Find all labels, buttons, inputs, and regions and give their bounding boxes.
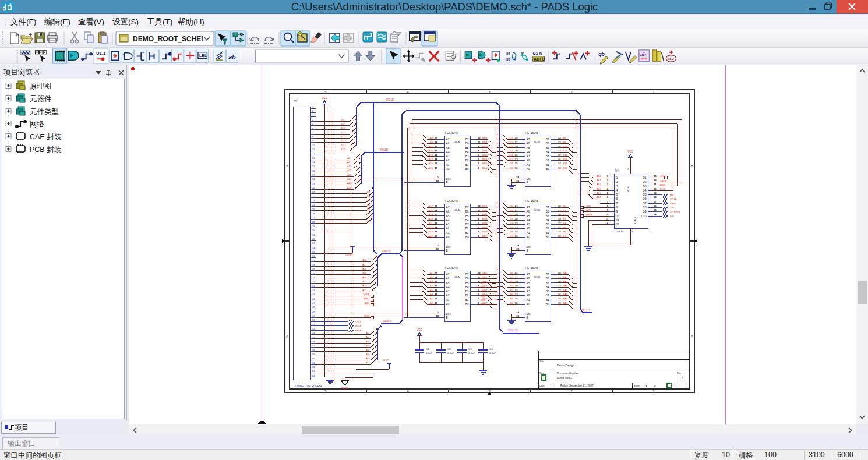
svg-text:27: 27 [515,209,518,212]
svg-text:O3: O3 [643,185,647,188]
svg-text:U2: U2 [506,58,511,62]
svg-text:1: 1 [607,175,609,178]
svg-text:B0: B0 [510,271,514,274]
svg-text:VCC: VCC [627,186,630,192]
svg-text:Rev: Rev [677,371,681,374]
svg-text:26: 26 [312,212,315,215]
svg-text:D11: D11 [509,154,513,157]
svg-text:AB3: AB3 [597,187,602,190]
svg-text:E: E [527,249,528,252]
svg-text:61: 61 [312,362,315,365]
svg-text:A6: A6 [430,302,433,305]
svg-text:AB2: AB2 [597,183,602,186]
svg-text:33: 33 [515,226,518,229]
svg-text:15: 15 [312,165,315,168]
svg-text:23: 23 [558,204,561,207]
svg-text:O10: O10 [641,215,647,218]
svg-text:O6: O6 [643,197,647,200]
svg-text:BA5: BA5 [563,293,568,296]
svg-text:20L10: 20L10 [616,230,624,233]
svg-text:Sheet: Sheet [634,384,640,387]
svg-text:V12N: V12N [345,254,352,257]
svg-text:49: 49 [312,310,315,313]
svg-text:40: 40 [435,145,437,148]
svg-text:DOB: DOB [660,187,665,190]
svg-text:BD14: BD14 [482,162,489,165]
svg-text:6: 6 [312,127,314,130]
svg-text:I4: I4 [616,189,618,192]
svg-text:A1: A1 [366,335,369,338]
svg-text:41: 41 [435,284,437,287]
svg-text:9: 9 [607,208,609,211]
svg-text:U1-A: U1-A [454,140,460,143]
svg-text:24: 24 [516,311,519,314]
svg-text:B7: B7 [465,273,469,276]
svg-text:D4: D4 [510,222,513,225]
svg-text:A18: A18 [428,217,433,220]
svg-text:B8: B8 [563,136,566,139]
svg-text:C4: C4 [489,348,493,351]
svg-text:A0: A0 [446,168,450,171]
svg-text:37: 37 [435,136,437,139]
svg-text:B6: B6 [465,210,469,213]
svg-text:D15: D15 [341,148,346,151]
svg-text:B7: B7 [465,138,469,141]
svg-text:2: 2 [607,179,609,182]
svg-text:A14: A14 [428,167,433,169]
svg-text:A7: A7 [446,273,450,276]
svg-text:D8: D8 [510,167,513,169]
svg-text:U1: U1 [506,52,511,56]
svg-text:A6: A6 [527,142,530,145]
svg-text:25: 25 [516,179,519,182]
svg-text:D8: D8 [341,118,345,121]
svg-text:6: 6 [478,222,479,225]
svg-text:41: 41 [435,149,437,152]
svg-text:D3: D3 [367,207,371,210]
svg-text:44: 44 [435,293,437,296]
svg-text:I11: I11 [616,219,619,222]
svg-text:A3: A3 [366,344,369,347]
svg-text:D12: D12 [341,135,346,138]
svg-text:U1-B: U1-B [534,140,540,143]
svg-text:A5: A5 [366,353,369,356]
svg-text:14: 14 [654,213,657,216]
svg-text:AGND: AGND [341,387,349,390]
svg-text:52: 52 [312,323,315,326]
svg-text:B7: B7 [510,302,514,305]
svg-text:18: 18 [654,196,657,199]
svg-text:B4: B4 [510,289,514,292]
svg-text:22: 22 [312,195,315,198]
svg-text:59: 59 [312,353,315,356]
svg-text:23: 23 [654,175,657,178]
svg-text:BA0: BA0 [563,271,568,274]
svg-text:9: 9 [478,213,479,216]
svg-text:V15P: V15P [383,359,389,362]
svg-text:36: 36 [312,254,315,257]
svg-text:37: 37 [435,204,437,207]
svg-text:of: of [654,384,656,387]
svg-text:32: 32 [515,222,518,225]
svg-text:A6: A6 [446,277,450,280]
svg-text:23: 23 [558,271,561,274]
svg-text:1: 1 [437,311,439,314]
svg-text:元器件: 元器件 [30,95,52,103]
svg-text:B5: B5 [465,147,469,150]
svg-text:B5: B5 [465,282,469,285]
svg-text:A2: A2 [527,294,530,297]
svg-text:B7: B7 [546,138,549,141]
svg-text:BA7: BA7 [563,302,568,305]
svg-text:BD4: BD4 [482,222,488,225]
svg-text:A4: A4 [366,348,369,351]
svg-text:AB0: AB0 [597,175,602,178]
svg-text:B3: B3 [546,155,549,158]
svg-text:12: 12 [478,136,481,139]
svg-text:27: 27 [312,216,315,219]
svg-text:DIR: DIR [446,313,451,316]
svg-text:A0: A0 [446,303,450,306]
svg-text:20: 20 [558,145,561,148]
svg-text:A: A [286,335,288,338]
svg-text:B5: B5 [546,215,549,218]
svg-text:D2: D2 [510,213,513,216]
svg-text:46: 46 [435,162,437,165]
svg-text:B14: B14 [563,162,567,165]
